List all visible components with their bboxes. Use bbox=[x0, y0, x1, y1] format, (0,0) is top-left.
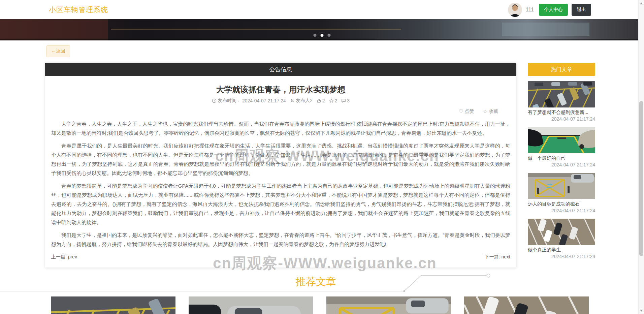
panel-title: 公告信息 bbox=[45, 63, 516, 76]
top-navbar: 小区车辆管理系统 111 个人中心 退出 bbox=[0, 0, 644, 19]
article-paragraph: 青春是属于我们的，是人生最最美好的时光。我们应该好好把握住现在象牙塔的生活，大学… bbox=[51, 141, 510, 178]
publisher: 发布人2 bbox=[290, 98, 313, 104]
hot-articles-sidebar: 热门文章 bbox=[528, 63, 595, 263]
prev-article-link[interactable]: 上一篇: prev bbox=[51, 254, 77, 260]
article-paragraph: 青春的梦想很简单，可能是梦想成为学习的佼佼者让GPA无限趋于4.0，可能是梦想成… bbox=[51, 181, 510, 227]
city-banner-image bbox=[0, 19, 644, 40]
hot-article-title[interactable]: 做个真正的学生 bbox=[528, 247, 595, 253]
article-paragraph: 大学之青春，人生之春，人生之王，人生之华也，宝贵的时光我们理当去珍惜。然而，当我… bbox=[51, 119, 510, 137]
avatar-image bbox=[508, 3, 522, 17]
article-paragraph: 我们是大学生，是祖国的未来，是民族复兴的脊梁，面对如此重任，怎么能不胸怀大志，坚… bbox=[51, 230, 510, 249]
back-arrow-icon: ← bbox=[51, 48, 56, 54]
hot-article-date: 2024-04-07 21:17:24 bbox=[528, 253, 595, 259]
username-text: 111 bbox=[526, 7, 534, 13]
recommended-articles-row bbox=[51, 296, 589, 314]
recommended-article-thumbnail[interactable] bbox=[189, 296, 313, 314]
parking-space-thumbnail bbox=[528, 173, 595, 199]
article-meta: 发布时间：2024-04-07 21:17:24 发布人2 bbox=[51, 98, 510, 104]
hot-article-item[interactable]: 做个真正的学生 2024-04-07 21:17:24 bbox=[528, 219, 595, 259]
hot-article-item[interactable]: 远大的目标是成功的磁石 2024-04-07 21:17:24 bbox=[528, 173, 595, 214]
user-icon bbox=[290, 98, 295, 103]
aerial-parking-thumbnail bbox=[528, 219, 595, 245]
hot-article-title[interactable]: 做一个最好的自己 bbox=[528, 155, 595, 161]
logout-button[interactable]: 退出 bbox=[572, 4, 591, 16]
next-article-link[interactable]: 下一篇: next bbox=[485, 254, 510, 260]
scrollbar-thumb[interactable] bbox=[639, 101, 643, 256]
hot-article-date: 2024-04-07 21:17:24 bbox=[528, 162, 595, 168]
recommended-article-thumbnail[interactable] bbox=[51, 296, 175, 314]
carousel-dot-2-active[interactable] bbox=[321, 34, 324, 37]
article-pager: 上一篇: prev 下一篇: next bbox=[51, 254, 510, 268]
article-body: 大学之青春，人生之春，人生之王，人生之华也，宝贵的时光我们理当去珍惜。然而，当我… bbox=[51, 119, 510, 249]
page: 小区车辆管理系统 111 个人中心 退出 bbox=[0, 0, 644, 314]
hot-article-title[interactable]: 有了梦想就不会感到疲惫新... bbox=[528, 109, 595, 115]
clock-icon bbox=[212, 98, 217, 103]
like-count: 2 bbox=[317, 98, 325, 103]
star-outline-icon: ☆ bbox=[483, 108, 487, 115]
app-title: 小区车辆管理系统 bbox=[49, 5, 108, 14]
scrollbar-up-arrow-icon[interactable] bbox=[640, 2, 643, 4]
thumbs-up-icon bbox=[317, 98, 321, 103]
recommended-article-thumbnail[interactable] bbox=[326, 296, 451, 314]
hot-article-item[interactable]: 有了梦想就不会感到疲惫新... 2024-04-07 21:17:24 bbox=[528, 81, 595, 122]
hot-article-title[interactable]: 远大的目标是成功的磁石 bbox=[528, 201, 595, 207]
banner-carousel bbox=[0, 19, 644, 40]
comment-count: 3 bbox=[341, 98, 350, 103]
comment-icon bbox=[341, 98, 346, 103]
recommended-articles-section: 推荐文章 bbox=[0, 272, 644, 314]
parking-lot-thumbnail bbox=[528, 81, 595, 107]
carousel-dot-1[interactable] bbox=[314, 34, 317, 37]
hot-article-item[interactable]: 做一个最好的自己 2024-04-07 21:17:24 bbox=[528, 127, 595, 168]
scrollbar-down-arrow-icon[interactable] bbox=[640, 310, 643, 312]
carousel-dots bbox=[314, 34, 331, 37]
heart-icon: ♡ bbox=[459, 108, 463, 115]
back-button[interactable]: ←返回 bbox=[46, 45, 70, 57]
scrollbar-track[interactable] bbox=[638, 0, 644, 314]
recommended-articles-title: 推荐文章 bbox=[296, 275, 336, 289]
like-button[interactable]: ♡点赞 bbox=[459, 108, 474, 115]
publish-time: 发布时间：2024-04-07 21:17:24 bbox=[212, 98, 286, 104]
star-count: 2 bbox=[329, 98, 337, 103]
hot-articles-title: 热门文章 bbox=[528, 63, 595, 76]
hot-article-date: 2024-04-07 21:17:24 bbox=[528, 116, 595, 122]
section-divider-line bbox=[0, 272, 495, 295]
garage-thumbnail bbox=[528, 127, 595, 153]
article-actions: ♡点赞 ☆收藏 bbox=[51, 108, 498, 115]
hot-article-date: 2024-04-07 21:17:24 bbox=[528, 208, 595, 214]
favorite-button[interactable]: ☆收藏 bbox=[483, 108, 498, 115]
star-icon bbox=[329, 98, 334, 103]
recommended-article-thumbnail[interactable] bbox=[464, 296, 589, 314]
carousel-dot-3[interactable] bbox=[328, 34, 331, 37]
announcement-panel: 公告信息 大学就该抓住青春，用汗水实现梦想 发布时间：2024-04-07 21… bbox=[45, 63, 516, 268]
user-avatar[interactable] bbox=[508, 3, 522, 17]
article-title: 大学就该抓住青春，用汗水实现梦想 bbox=[51, 84, 510, 95]
profile-center-button[interactable]: 个人中心 bbox=[539, 4, 568, 16]
